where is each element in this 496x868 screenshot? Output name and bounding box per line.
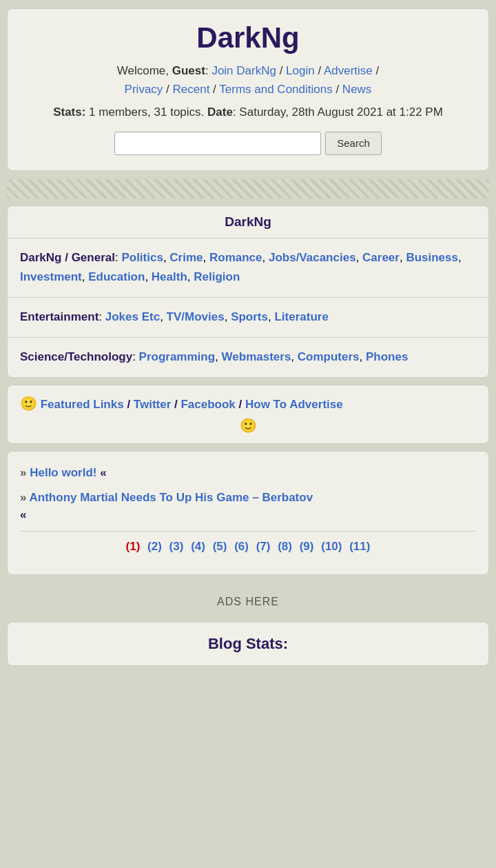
- page-link-11[interactable]: (11): [349, 540, 370, 553]
- main-categories-card: DarkNg DarkNg / General: Politics, Crime…: [7, 205, 489, 379]
- page-link-2[interactable]: (2): [147, 540, 162, 553]
- search-area: Search: [21, 132, 475, 155]
- search-input[interactable]: [114, 132, 321, 155]
- link-sports[interactable]: Sports: [231, 310, 268, 323]
- post-suffix-2: «: [20, 508, 26, 521]
- page-link-5[interactable]: (5): [213, 540, 227, 553]
- category-label-general: DarkNg / General: [20, 251, 115, 264]
- post-link-2[interactable]: Anthony Martial Needs To Up His Game – B…: [30, 491, 313, 504]
- link-phones[interactable]: Phones: [366, 350, 408, 363]
- page-link-6[interactable]: (6): [234, 540, 249, 553]
- featured-links-link[interactable]: Featured Links: [41, 398, 124, 411]
- link-programming[interactable]: Programming: [139, 350, 216, 363]
- chevron-icon-2: »: [20, 491, 30, 504]
- post-item-1: » Hello world! «: [20, 464, 476, 482]
- blog-stats-card: Blog Stats:: [7, 622, 489, 666]
- link-business[interactable]: Business: [406, 251, 458, 264]
- category-label-entertainment: Entertainment: [20, 310, 99, 323]
- posts-card: » Hello world! « » Anthony Martial Needs…: [7, 451, 489, 575]
- terms-link[interactable]: Terms and Conditions: [219, 83, 332, 96]
- link-crime[interactable]: Crime: [169, 251, 203, 264]
- category-label-science: Science/Technology: [20, 350, 132, 363]
- category-row-entertainment: Entertainment: Jokes Etc, TV/Movies, Spo…: [8, 298, 488, 338]
- ads-label: ADS HERE: [217, 596, 279, 607]
- pagination: (1) (2) (3) (4) (5) (6) (7) (8) (9) (10)…: [20, 531, 476, 562]
- link-jobs[interactable]: Jobs/Vacancies: [269, 251, 356, 264]
- welcome-text: Welcome, Guest: Join DarkNg / Login / Ad…: [21, 61, 475, 99]
- page-link-4[interactable]: (4): [191, 540, 205, 553]
- post-suffix-1: «: [96, 466, 106, 479]
- twitter-link[interactable]: Twitter: [134, 398, 171, 411]
- page-link-9[interactable]: (9): [300, 540, 314, 553]
- page-link-1[interactable]: (1): [126, 540, 141, 553]
- welcome-colon: :: [205, 64, 211, 77]
- link-jokes[interactable]: Jokes Etc: [105, 310, 160, 323]
- privacy-link[interactable]: Privacy: [125, 83, 163, 96]
- welcome-prefix: Welcome,: [117, 64, 172, 77]
- header-section: DarkNg Welcome, Guest: Join DarkNg / Log…: [7, 8, 489, 171]
- link-health[interactable]: Health: [152, 270, 187, 283]
- post-item-2: » Anthony Martial Needs To Up His Game –…: [20, 489, 476, 524]
- page-link-3[interactable]: (3): [169, 540, 184, 553]
- link-politics[interactable]: Politics: [121, 251, 163, 264]
- chevron-icon-1: »: [20, 466, 30, 479]
- login-link[interactable]: Login: [286, 64, 315, 77]
- category-row-general: DarkNg / General: Politics, Crime, Roman…: [8, 239, 488, 299]
- stats-value: 1 members, 31 topics.: [85, 105, 204, 119]
- smiley-icon: 🙂: [20, 396, 37, 411]
- featured-card: 🙂 Featured Links / Twitter / Facebook / …: [7, 385, 489, 444]
- site-title: DarkNg: [21, 21, 475, 54]
- category-row-science: Science/Technology: Programming, Webmast…: [8, 338, 488, 377]
- recent-link[interactable]: Recent: [173, 83, 210, 96]
- link-tvmovies[interactable]: TV/Movies: [167, 310, 225, 323]
- page-link-8[interactable]: (8): [278, 540, 292, 553]
- search-button[interactable]: Search: [325, 132, 382, 155]
- page-link-7[interactable]: (7): [256, 540, 271, 553]
- stats-label: Stats:: [53, 105, 85, 119]
- link-career[interactable]: Career: [362, 251, 400, 264]
- link-religion[interactable]: Religion: [194, 270, 240, 283]
- news-link[interactable]: News: [342, 83, 372, 96]
- smiley2-icon: 🙂: [240, 418, 257, 433]
- date-label: Date: [207, 105, 233, 119]
- facebook-link[interactable]: Facebook: [180, 398, 235, 411]
- page-link-10[interactable]: (10): [321, 540, 342, 553]
- link-education[interactable]: Education: [88, 270, 145, 283]
- separator: [7, 179, 489, 199]
- date-value: : Saturday, 28th August 2021 at 1:22 PM: [233, 105, 443, 119]
- ads-section: ADS HERE: [0, 582, 496, 622]
- blog-stats-title: Blog Stats:: [20, 635, 476, 653]
- post-link-1[interactable]: Hello world!: [30, 466, 96, 479]
- how-to-advertise-link[interactable]: How To Advertise: [245, 398, 343, 411]
- link-literature[interactable]: Literature: [274, 310, 328, 323]
- link-computers[interactable]: Computers: [298, 350, 360, 363]
- link-romance[interactable]: Romance: [209, 251, 262, 264]
- featured-links: 🙂 Featured Links / Twitter / Facebook / …: [20, 395, 476, 434]
- join-link[interactable]: Join DarkNg: [211, 64, 276, 77]
- card-header: DarkNg: [8, 206, 488, 239]
- advertise-link[interactable]: Advertise: [324, 64, 373, 77]
- welcome-guest: Guest: [172, 64, 205, 77]
- link-investment[interactable]: Investment: [20, 270, 82, 283]
- link-webmasters[interactable]: Webmasters: [222, 350, 291, 363]
- stats-text: Stats: 1 members, 31 topics. Date: Satur…: [21, 103, 475, 121]
